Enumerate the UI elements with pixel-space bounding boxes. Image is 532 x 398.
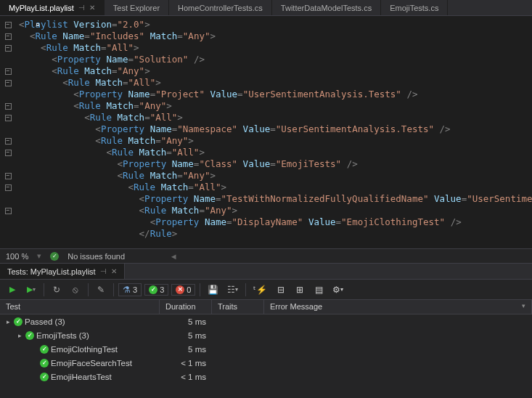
playlist-icon[interactable]: ☷▾: [224, 282, 241, 298]
test-duration: 5 ms: [160, 317, 212, 326]
code-line[interactable]: <Rule Match="Any">: [19, 205, 532, 216]
panel-tab-bar: Tests: MyPlayList.playlist ⊣ ✕: [0, 264, 532, 280]
test-label: EmojiClothingTest: [51, 345, 118, 354]
save-icon[interactable]: 💾: [205, 282, 221, 298]
test-toolbar: ▶ ▶ ▾ ↻ ⦸ ✎ ⚗3 ✓3 ✕0 💾 ☷▾ ᵗ⚡ ⊟ ⊞ ▤ ⚙▾: [0, 280, 532, 300]
passed-counter[interactable]: ✓3: [144, 284, 168, 296]
total-counter[interactable]: ⚗3: [118, 283, 142, 296]
col-duration[interactable]: Duration: [160, 300, 212, 314]
pass-icon: ✓: [40, 345, 49, 354]
test-explorer-panel: Tests: MyPlayList.playlist ⊣ ✕ ▶ ▶ ▾ ↻ ⦸…: [0, 263, 532, 398]
code-line[interactable]: <Rule Match="Any">: [19, 135, 532, 147]
run-all-button[interactable]: ▶: [4, 282, 20, 298]
fold-icon[interactable]: −: [5, 208, 12, 214]
code-line[interactable]: <Playlist Version="2.0">: [19, 19, 532, 31]
fail-icon: ✕: [176, 285, 184, 294]
fold-icon[interactable]: −: [5, 80, 12, 86]
fold-icon[interactable]: −: [5, 68, 12, 75]
test-row[interactable]: ▸✓EmojiTests (3)5 ms: [0, 328, 532, 342]
col-traits[interactable]: Traits: [212, 300, 264, 314]
code-line[interactable]: <Property Name="DisplayName" Value="Emoj…: [19, 216, 532, 228]
pass-icon: ✓: [149, 285, 157, 294]
run-button[interactable]: ▶ ▾: [23, 282, 39, 298]
flask-icon: ⚗: [123, 285, 131, 295]
pass-icon: ✓: [25, 331, 34, 340]
panel-tab-label: Tests: MyPlayList.playlist: [7, 267, 96, 276]
editor-status-bar: 100 % ▾ ✓ No issues found ◄: [0, 248, 532, 263]
code-line[interactable]: <Property Name="TestWithNormalizedFullyQ…: [19, 193, 532, 205]
test-label: Passed (3): [25, 317, 65, 326]
code-line[interactable]: <Rule Match="All">: [19, 182, 532, 193]
col-test[interactable]: Test: [0, 300, 160, 314]
code-line[interactable]: <Rule Match="All">: [19, 112, 532, 123]
test-duration: < 1 ms: [160, 373, 212, 381]
code-line[interactable]: <Rule Match="All">: [19, 77, 532, 89]
fold-icon[interactable]: −: [5, 45, 12, 52]
code-line[interactable]: <Property Name="Solution" />: [19, 54, 532, 65]
close-icon[interactable]: ✕: [89, 4, 95, 12]
code-line[interactable]: <Rule Match="All">: [19, 147, 532, 158]
fold-icon[interactable]: −: [5, 22, 12, 28]
failed-counter[interactable]: ✕0: [171, 284, 195, 296]
test-duration: < 1 ms: [160, 359, 212, 367]
test-duration: 5 ms: [160, 331, 212, 340]
group-icon[interactable]: ⊟: [273, 282, 289, 298]
scroll-left-button[interactable]: ◄: [170, 253, 177, 260]
columns-icon[interactable]: ▤: [311, 282, 327, 298]
fold-icon[interactable]: −: [5, 138, 12, 145]
pass-icon: ✓: [40, 373, 49, 381]
repeat-button[interactable]: ↻: [49, 282, 65, 298]
code-line[interactable]: <Property Name="Class" Value="EmojiTests…: [19, 158, 532, 170]
test-label: EmojiFaceSearchTest: [51, 359, 132, 367]
edit-icon[interactable]: ✎: [93, 282, 109, 298]
code-line[interactable]: <Property Name="Namespace" Value="UserSe…: [19, 123, 532, 135]
doc-tab-3[interactable]: TwitterDataModelTests.cs: [272, 0, 381, 15]
code-editor: −−−−−−−−−−−− <Playlist Version="2.0"> <R…: [0, 16, 532, 263]
zoom-level[interactable]: 100 %: [6, 252, 28, 261]
check-icon: ✓: [50, 252, 59, 261]
code-line[interactable]: <Rule Match="Any">: [19, 65, 532, 77]
filter-icon[interactable]: ᵗ⚡: [250, 282, 270, 298]
col-error[interactable]: Error Message▾: [264, 300, 532, 314]
code-line[interactable]: <Rule Name="Includes" Match="Any">: [19, 31, 532, 42]
test-row[interactable]: ▸✓Passed (3)5 ms: [0, 314, 532, 328]
code-line[interactable]: </Rule>: [19, 228, 532, 240]
panel-tab-tests[interactable]: Tests: MyPlayList.playlist ⊣ ✕: [0, 264, 125, 279]
cancel-button[interactable]: ⦸: [67, 282, 83, 298]
pin-icon[interactable]: ⊣: [78, 4, 85, 12]
caret-icon[interactable]: ▸: [4, 318, 12, 325]
fold-icon[interactable]: −: [5, 150, 12, 156]
pass-icon: ✓: [14, 317, 22, 326]
code-line[interactable]: <Rule Match="Any">: [19, 100, 532, 112]
test-label: EmojiHeartsTest: [51, 373, 112, 381]
caret-icon[interactable]: ▸: [16, 332, 23, 339]
test-row[interactable]: ✓EmojiClothingTest5 ms: [0, 342, 532, 356]
fold-icon[interactable]: −: [5, 173, 12, 179]
fold-icon[interactable]: −: [5, 115, 12, 121]
fold-icon[interactable]: −: [5, 184, 12, 191]
pass-icon: ✓: [40, 359, 49, 367]
doc-tab-0[interactable]: MyPlayList.playlist⊣✕: [0, 0, 105, 15]
doc-tab-2[interactable]: HomeControllerTests.cs: [169, 0, 272, 15]
fold-icon[interactable]: −: [5, 103, 12, 110]
fold-icon[interactable]: −: [5, 33, 12, 40]
test-row[interactable]: ✓EmojiHeartsTest< 1 ms: [0, 370, 532, 383]
test-row[interactable]: ✓EmojiFaceSearchTest< 1 ms: [0, 356, 532, 370]
code-gutter: −−−−−−−−−−−−: [0, 16, 16, 248]
code-line[interactable]: <Property Name="Project" Value="UserSent…: [19, 89, 532, 100]
code-line[interactable]: <Rule Match="Any">: [19, 170, 532, 182]
test-label: EmojiTests (3): [36, 331, 89, 340]
document-tab-bar: MyPlayList.playlist⊣✕Test ExplorerHomeCo…: [0, 0, 532, 16]
test-results-tree: ▸✓Passed (3)5 ms▸✓EmojiTests (3)5 ms✓Emo…: [0, 314, 532, 383]
code-area[interactable]: <Playlist Version="2.0"> <Rule Name="Inc…: [16, 16, 532, 248]
settings-icon[interactable]: ⚙▾: [330, 282, 346, 298]
close-icon[interactable]: ✕: [111, 267, 117, 275]
doc-tab-4[interactable]: EmojiTests.cs: [381, 0, 448, 15]
expand-icon[interactable]: ⊞: [292, 282, 308, 298]
pin-icon[interactable]: ⊣: [100, 267, 107, 275]
issues-label: No issues found: [67, 252, 125, 261]
code-line[interactable]: <Rule Match="All">: [19, 42, 532, 54]
test-columns-header: Test Duration Traits Error Message▾: [0, 300, 532, 314]
test-duration: 5 ms: [160, 345, 212, 354]
doc-tab-1[interactable]: Test Explorer: [105, 0, 169, 15]
